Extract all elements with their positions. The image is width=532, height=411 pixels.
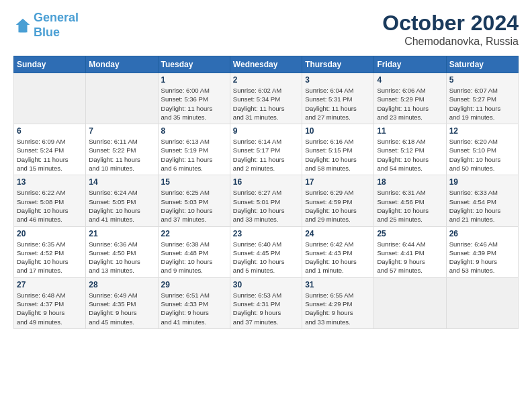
header: General Blue October 2024 Chemodanovka, …	[13, 11, 519, 48]
day-number: 20	[17, 229, 83, 238]
header-wednesday: Wednesday	[230, 56, 302, 73]
day-info: Sunrise: 6:40 AM Sunset: 4:45 PM Dayligh…	[233, 240, 299, 275]
day-number: 12	[449, 126, 515, 136]
day-number: 3	[305, 75, 371, 85]
day-number: 22	[161, 229, 227, 238]
month-title: October 2024	[382, 11, 519, 36]
cell-w2-d0: 6Sunrise: 6:09 AM Sunset: 5:24 PM Daylig…	[14, 124, 86, 175]
cell-w1-d6: 5Sunrise: 6:07 AM Sunset: 5:27 PM Daylig…	[446, 73, 518, 124]
calendar-table: Sunday Monday Tuesday Wednesday Thursday…	[13, 56, 519, 329]
week-row-2: 6Sunrise: 6:09 AM Sunset: 5:24 PM Daylig…	[14, 124, 519, 175]
cell-w3-d0: 13Sunrise: 6:22 AM Sunset: 5:08 PM Dayli…	[14, 175, 86, 226]
day-number: 16	[233, 177, 299, 187]
week-row-3: 13Sunrise: 6:22 AM Sunset: 5:08 PM Dayli…	[14, 175, 519, 226]
day-info: Sunrise: 6:13 AM Sunset: 5:19 PM Dayligh…	[161, 137, 227, 173]
cell-w2-d1: 7Sunrise: 6:11 AM Sunset: 5:22 PM Daylig…	[86, 124, 158, 175]
day-info: Sunrise: 6:29 AM Sunset: 4:59 PM Dayligh…	[305, 188, 371, 224]
day-number: 28	[89, 280, 154, 289]
cell-w1-d5: 4Sunrise: 6:06 AM Sunset: 5:29 PM Daylig…	[374, 73, 446, 124]
week-row-5: 27Sunrise: 6:48 AM Sunset: 4:37 PM Dayli…	[14, 277, 519, 328]
weekday-header-row: Sunday Monday Tuesday Wednesday Thursday…	[14, 56, 519, 73]
day-info: Sunrise: 6:24 AM Sunset: 5:05 PM Dayligh…	[89, 188, 154, 224]
cell-w2-d3: 9Sunrise: 6:14 AM Sunset: 5:17 PM Daylig…	[230, 124, 302, 175]
day-info: Sunrise: 6:18 AM Sunset: 5:12 PM Dayligh…	[377, 137, 443, 173]
day-info: Sunrise: 6:04 AM Sunset: 5:31 PM Dayligh…	[305, 86, 371, 122]
day-number: 15	[161, 177, 227, 187]
day-info: Sunrise: 6:51 AM Sunset: 4:33 PM Dayligh…	[161, 291, 227, 326]
day-info: Sunrise: 6:35 AM Sunset: 4:52 PM Dayligh…	[17, 240, 83, 275]
cell-w1-d3: 2Sunrise: 6:02 AM Sunset: 5:34 PM Daylig…	[230, 73, 302, 124]
location: Chemodanovka, Russia	[382, 36, 519, 48]
day-info: Sunrise: 6:07 AM Sunset: 5:27 PM Dayligh…	[449, 86, 515, 122]
day-number: 6	[17, 126, 83, 136]
header-thursday: Thursday	[302, 56, 374, 73]
week-row-1: 1Sunrise: 6:00 AM Sunset: 5:36 PM Daylig…	[14, 73, 519, 124]
cell-w5-d0: 27Sunrise: 6:48 AM Sunset: 4:37 PM Dayli…	[14, 277, 86, 328]
cell-w2-d6: 12Sunrise: 6:20 AM Sunset: 5:10 PM Dayli…	[446, 124, 518, 175]
svg-rect-2	[19, 26, 26, 32]
logo-icon	[13, 16, 32, 35]
day-number: 2	[233, 75, 299, 85]
day-number: 13	[17, 177, 83, 187]
cell-w5-d3: 30Sunrise: 6:53 AM Sunset: 4:31 PM Dayli…	[230, 277, 302, 328]
day-info: Sunrise: 6:42 AM Sunset: 4:43 PM Dayligh…	[305, 240, 371, 275]
cell-w2-d5: 11Sunrise: 6:18 AM Sunset: 5:12 PM Dayli…	[374, 124, 446, 175]
day-info: Sunrise: 6:36 AM Sunset: 4:50 PM Dayligh…	[89, 240, 154, 275]
cell-w5-d4: 31Sunrise: 6:55 AM Sunset: 4:29 PM Dayli…	[302, 277, 374, 328]
title-block: October 2024 Chemodanovka, Russia	[382, 11, 519, 48]
day-info: Sunrise: 6:06 AM Sunset: 5:29 PM Dayligh…	[377, 86, 443, 122]
page-container: General Blue October 2024 Chemodanovka, …	[0, 0, 532, 336]
day-number: 8	[161, 126, 227, 136]
header-sunday: Sunday	[14, 56, 86, 73]
cell-w2-d2: 8Sunrise: 6:13 AM Sunset: 5:19 PM Daylig…	[158, 124, 230, 175]
cell-w5-d2: 29Sunrise: 6:51 AM Sunset: 4:33 PM Dayli…	[158, 277, 230, 328]
cell-w3-d4: 17Sunrise: 6:29 AM Sunset: 4:59 PM Dayli…	[302, 175, 374, 226]
day-info: Sunrise: 6:38 AM Sunset: 4:48 PM Dayligh…	[161, 240, 227, 275]
day-number: 17	[305, 177, 371, 187]
cell-w4-d4: 24Sunrise: 6:42 AM Sunset: 4:43 PM Dayli…	[302, 226, 374, 277]
day-info: Sunrise: 6:00 AM Sunset: 5:36 PM Dayligh…	[161, 86, 227, 122]
cell-w1-d2: 1Sunrise: 6:00 AM Sunset: 5:36 PM Daylig…	[158, 73, 230, 124]
day-number: 18	[377, 177, 443, 187]
cell-w3-d1: 14Sunrise: 6:24 AM Sunset: 5:05 PM Dayli…	[86, 175, 158, 226]
cell-w1-d4: 3Sunrise: 6:04 AM Sunset: 5:31 PM Daylig…	[302, 73, 374, 124]
cell-w4-d6: 26Sunrise: 6:46 AM Sunset: 4:39 PM Dayli…	[446, 226, 518, 277]
cell-w5-d6	[446, 277, 518, 328]
day-number: 27	[17, 280, 83, 289]
day-number: 23	[233, 229, 299, 238]
day-number: 19	[449, 177, 515, 187]
header-saturday: Saturday	[446, 56, 518, 73]
day-info: Sunrise: 6:14 AM Sunset: 5:17 PM Dayligh…	[233, 137, 299, 173]
calendar-body: 1Sunrise: 6:00 AM Sunset: 5:36 PM Daylig…	[14, 73, 519, 329]
day-number: 21	[89, 229, 154, 238]
cell-w4-d2: 22Sunrise: 6:38 AM Sunset: 4:48 PM Dayli…	[158, 226, 230, 277]
day-info: Sunrise: 6:25 AM Sunset: 5:03 PM Dayligh…	[161, 188, 227, 224]
day-info: Sunrise: 6:22 AM Sunset: 5:08 PM Dayligh…	[17, 188, 83, 224]
cell-w5-d5	[374, 277, 446, 328]
logo: General Blue	[13, 11, 79, 40]
cell-w3-d5: 18Sunrise: 6:31 AM Sunset: 4:56 PM Dayli…	[374, 175, 446, 226]
day-info: Sunrise: 6:33 AM Sunset: 4:54 PM Dayligh…	[449, 188, 515, 224]
day-info: Sunrise: 6:46 AM Sunset: 4:39 PM Dayligh…	[449, 240, 515, 275]
day-number: 14	[89, 177, 154, 187]
day-number: 7	[89, 126, 154, 136]
day-number: 30	[233, 280, 299, 289]
day-number: 11	[377, 126, 443, 136]
day-number: 4	[377, 75, 443, 85]
day-info: Sunrise: 6:55 AM Sunset: 4:29 PM Dayligh…	[305, 291, 371, 326]
day-info: Sunrise: 6:31 AM Sunset: 4:56 PM Dayligh…	[377, 188, 443, 224]
cell-w4-d1: 21Sunrise: 6:36 AM Sunset: 4:50 PM Dayli…	[86, 226, 158, 277]
day-info: Sunrise: 6:48 AM Sunset: 4:37 PM Dayligh…	[17, 291, 83, 326]
day-info: Sunrise: 6:16 AM Sunset: 5:15 PM Dayligh…	[305, 137, 371, 173]
day-number: 24	[305, 229, 371, 238]
day-number: 26	[449, 229, 515, 238]
cell-w3-d2: 15Sunrise: 6:25 AM Sunset: 5:03 PM Dayli…	[158, 175, 230, 226]
day-number: 31	[305, 280, 371, 289]
day-number: 9	[233, 126, 299, 136]
header-friday: Friday	[374, 56, 446, 73]
header-tuesday: Tuesday	[158, 56, 230, 73]
day-info: Sunrise: 6:20 AM Sunset: 5:10 PM Dayligh…	[449, 137, 515, 173]
day-number: 1	[161, 75, 227, 85]
day-number: 10	[305, 126, 371, 136]
cell-w4-d3: 23Sunrise: 6:40 AM Sunset: 4:45 PM Dayli…	[230, 226, 302, 277]
